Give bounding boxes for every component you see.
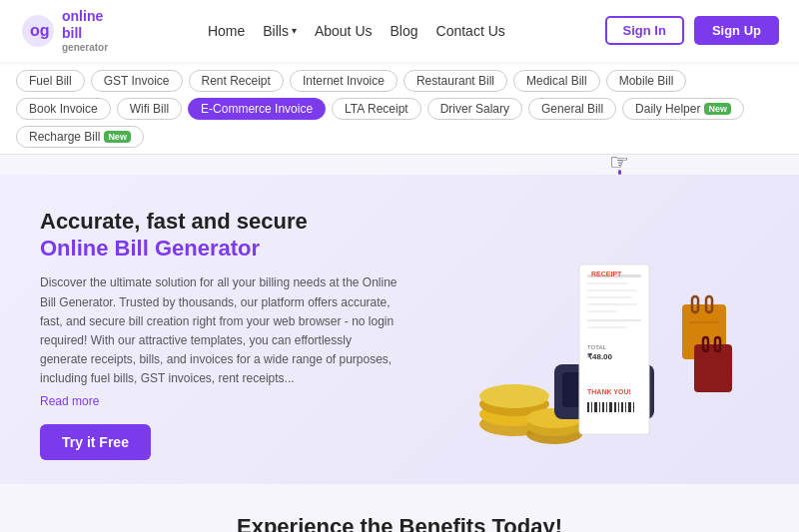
svg-text:og: og (30, 22, 50, 39)
benefits-heading: Experience the Benefits Today! (20, 514, 779, 532)
svg-rect-33 (621, 402, 623, 412)
chevron-down-icon: ▾ (292, 25, 297, 36)
pill-lta-receipt[interactable]: LTA Receipt (332, 98, 421, 120)
svg-text:₹48.00: ₹48.00 (587, 352, 613, 361)
logo-text: online bill generator (62, 8, 108, 54)
svg-rect-14 (587, 289, 637, 291)
svg-rect-31 (614, 402, 616, 412)
pill-recharge-bill[interactable]: Recharge BillNew (16, 126, 144, 148)
svg-rect-28 (602, 402, 604, 412)
svg-rect-25 (591, 402, 592, 412)
header-buttons: Sign In Sign Up (605, 16, 779, 45)
hero-description: Discover the ultimate solution for all y… (40, 273, 400, 388)
svg-rect-34 (625, 402, 626, 412)
svg-point-5 (479, 384, 549, 408)
logo[interactable]: og online bill generator (20, 8, 108, 54)
nav-home[interactable]: Home (208, 23, 245, 39)
hero-text: Accurate, fast and secure Online Bill Ge… (40, 208, 400, 461)
signin-button[interactable]: Sign In (605, 16, 684, 45)
signup-button[interactable]: Sign Up (694, 16, 779, 45)
svg-rect-29 (606, 402, 607, 412)
pill-book-invoice[interactable]: Book Invoice (16, 98, 111, 120)
main-nav: Home Bills ▾ About Us Blog Contact Us (208, 23, 505, 39)
svg-rect-18 (587, 319, 641, 321)
svg-rect-35 (628, 402, 631, 412)
hero-illustration: RECEIPT TOTAL ₹48.00 THANK YOU! (424, 205, 744, 464)
svg-rect-27 (599, 402, 600, 412)
pill-driver-salary[interactable]: Driver Salary (427, 98, 522, 120)
svg-rect-41 (694, 344, 732, 392)
pill-general-bill[interactable]: General Bill (528, 98, 616, 120)
try-free-button[interactable]: Try it Free (40, 424, 151, 460)
pill-mobile-bill[interactable]: Mobile Bill (606, 70, 687, 92)
svg-rect-15 (587, 296, 632, 298)
svg-rect-26 (594, 402, 597, 412)
pill-daily-helper[interactable]: Daily HelperNew (622, 98, 744, 120)
svg-rect-32 (618, 402, 619, 412)
hero-section: Accurate, fast and secure Online Bill Ge… (0, 175, 799, 484)
nav-blog[interactable]: Blog (391, 23, 418, 39)
pill-rent-receipt[interactable]: Rent Receipt (189, 70, 284, 92)
svg-rect-24 (587, 402, 589, 412)
svg-rect-16 (587, 303, 637, 305)
svg-rect-30 (609, 402, 612, 412)
read-more-link[interactable]: Read more (40, 394, 400, 408)
hero-image: RECEIPT TOTAL ₹48.00 THANK YOU! (400, 205, 769, 464)
pills-nav: Fuel BillGST InvoiceRent ReceiptInternet… (0, 62, 799, 155)
hero-heading1: Accurate, fast and secure (40, 208, 400, 237)
svg-text:RECEIPT: RECEIPT (591, 270, 622, 277)
svg-rect-13 (587, 282, 627, 284)
svg-rect-36 (633, 402, 634, 412)
cursor-area: ☞ (0, 155, 799, 175)
pill-medical-bill[interactable]: Medical Bill (513, 70, 600, 92)
svg-rect-17 (587, 310, 617, 312)
logo-icon: og (20, 13, 56, 49)
benefits-section: Experience the Benefits Today! Experienc… (0, 484, 799, 532)
nav-about[interactable]: About Us (315, 23, 373, 39)
nav-bills[interactable]: Bills ▾ (263, 23, 297, 39)
header: og online bill generator Home Bills ▾ Ab… (0, 0, 799, 62)
svg-text:TOTAL: TOTAL (587, 344, 606, 350)
pill-restaurant-bill[interactable]: Restaurant Bill (403, 70, 507, 92)
pill-wifi-bill[interactable]: Wifi Bill (117, 98, 182, 120)
svg-rect-19 (587, 326, 627, 328)
svg-text:THANK YOU!: THANK YOU! (587, 388, 631, 395)
pill-fuel-bill[interactable]: Fuel Bill (16, 70, 85, 92)
pill-gst-invoice[interactable]: GST Invoice (91, 70, 183, 92)
pill-e-commerce-invoice[interactable]: E-Commerce Invoice (188, 98, 326, 120)
nav-contact[interactable]: Contact Us (436, 23, 505, 39)
hero-heading2: Online Bill Generator (40, 236, 400, 262)
pill-internet-invoice[interactable]: Internet Invoice (290, 70, 398, 92)
